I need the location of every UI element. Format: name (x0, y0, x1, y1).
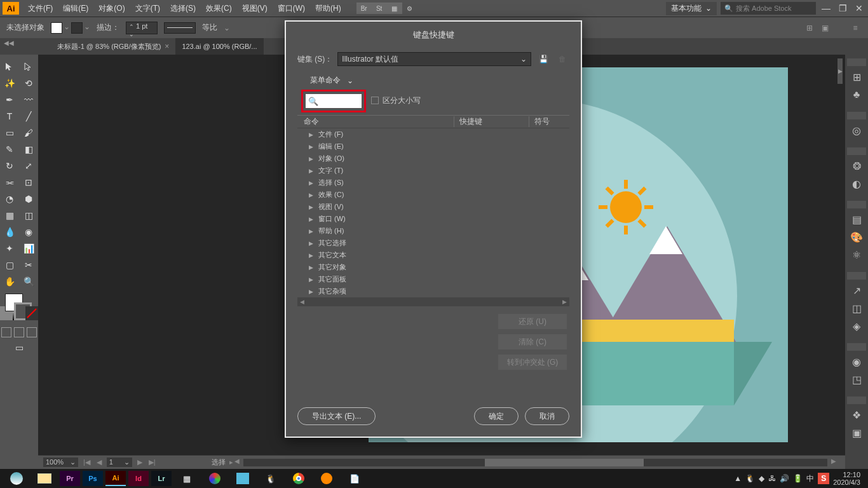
command-row[interactable]: ▶其它对象 (297, 261, 569, 273)
case-checkbox[interactable] (371, 97, 379, 104)
scale-tool[interactable]: ⤢ (19, 158, 38, 174)
gpu-icon[interactable]: ⚙ (402, 3, 417, 14)
bridge-icon[interactable]: Br (356, 3, 372, 14)
tray-app-icon[interactable]: ◆ (759, 474, 764, 483)
panel-handle[interactable] (847, 343, 866, 351)
first-artboard-btn[interactable]: |◀ (82, 458, 92, 466)
command-row[interactable]: ▶其它杂项 (297, 285, 569, 297)
artboard-tool[interactable]: ▢ (0, 257, 19, 273)
layers-panel-icon[interactable]: ❖ (848, 407, 865, 423)
search-text-input[interactable] (318, 97, 356, 105)
panel-handle[interactable] (847, 147, 866, 155)
toolbar-collapse-icon[interactable]: ◀◀ (4, 39, 14, 46)
export-text-button[interactable]: 导出文本 (E)... (297, 407, 376, 425)
taskbar-chrome-icon[interactable] (286, 470, 311, 487)
arrange-icon[interactable]: ▦ (387, 3, 402, 14)
taskbar-qq-icon[interactable]: 🐧 (258, 470, 283, 487)
magic-wand-tool[interactable]: ✨ (0, 75, 19, 92)
blend-tool[interactable]: ◉ (19, 224, 38, 240)
command-row[interactable]: ▶选择 (S) (297, 177, 569, 189)
save-keyset-icon[interactable]: 💾 (536, 52, 550, 66)
screen-mode-tool[interactable]: ▭ (0, 339, 38, 356)
line-tool[interactable]: ╱ (19, 108, 38, 125)
close-icon[interactable]: × (165, 42, 169, 51)
chevron-down-icon[interactable]: ⌄ (64, 22, 70, 34)
command-row[interactable]: ▶对象 (O) (297, 152, 569, 165)
color-mode-none[interactable] (25, 306, 38, 320)
gradient-tool[interactable]: ◫ (19, 207, 38, 224)
menu-help[interactable]: 帮助(H) (310, 3, 346, 14)
stroke-panel-icon[interactable]: ↗ (848, 282, 865, 299)
menu-select[interactable]: 选择(S) (165, 3, 201, 14)
scrollbar-thumb[interactable] (485, 459, 644, 466)
taskbar-illustrator-icon[interactable]: Ai (105, 471, 126, 486)
tray-expand-icon[interactable]: ▲ (734, 474, 742, 483)
menu-view[interactable]: 视图(V) (237, 3, 273, 14)
table-scrollbar[interactable]: ◀▶ (297, 297, 569, 306)
taskbar-explorer-icon[interactable] (32, 470, 57, 487)
artboard-number[interactable]: 1⌄ (107, 458, 132, 467)
panel-handle[interactable] (847, 58, 866, 66)
taskbar-indesign-icon[interactable]: Id (128, 471, 149, 486)
command-row[interactable]: ▶文字 (T) (297, 165, 569, 177)
search-stock-input[interactable]: 🔍搜索 Adobe Stock (721, 2, 816, 15)
tray-sogou-icon[interactable]: S (818, 473, 829, 484)
search-input[interactable]: 🔍 (306, 94, 362, 108)
transform-icon[interactable]: ▣ (818, 22, 831, 34)
color-guide-panel-icon[interactable]: ◐ (848, 175, 865, 192)
command-row[interactable]: ▶文件 (F) (297, 128, 569, 140)
zoom-dropdown[interactable]: 100%⌄ (43, 458, 78, 467)
next-artboard-btn[interactable]: ▶ (136, 458, 144, 466)
appearance-panel-icon[interactable]: ◉ (848, 353, 865, 370)
cc-panel-icon[interactable]: ◎ (848, 122, 865, 139)
command-row[interactable]: ▶窗口 (W) (297, 213, 569, 225)
taskbar-app-icon[interactable] (314, 470, 339, 487)
pen-tool[interactable]: ✒ (0, 92, 19, 108)
menu-edit[interactable]: 编辑(E) (58, 3, 93, 14)
chevron-down-icon[interactable]: ⌄ (224, 24, 230, 32)
taskbar-app-icon[interactable] (230, 470, 255, 487)
command-row[interactable]: ▶帮助 (H) (297, 225, 569, 237)
panel-collapse-icon[interactable]: ▶ (837, 58, 843, 84)
width-tool[interactable]: ⫘ (0, 174, 19, 191)
direct-selection-tool[interactable] (19, 58, 38, 75)
rotate-tool[interactable]: ↻ (0, 158, 19, 174)
stroke-style-dropdown[interactable] (164, 22, 196, 34)
tray-ime-icon[interactable]: 中 (806, 473, 814, 484)
free-transform-tool[interactable]: ⊡ (19, 174, 38, 191)
swatches-panel-icon[interactable]: ▤ (848, 211, 865, 227)
command-row[interactable]: ▶其它文本 (297, 249, 569, 261)
horizontal-scrollbar[interactable] (243, 459, 827, 466)
color-panel-icon[interactable]: ❂ (848, 158, 865, 174)
tray-network-icon[interactable]: 🖧 (768, 474, 776, 483)
artboards-panel-icon[interactable]: ▣ (848, 424, 865, 441)
draw-inside-icon[interactable] (27, 327, 37, 337)
panel-menu-icon[interactable]: ≡ (849, 22, 862, 34)
taskbar-app-icon[interactable]: ▦ (174, 470, 200, 487)
ok-button[interactable]: 确定 (474, 407, 519, 425)
command-row[interactable]: ▶效果 (C) (297, 189, 569, 201)
taskbar-browser-icon[interactable] (4, 470, 29, 487)
menu-object[interactable]: 对象(O) (93, 3, 130, 14)
workspace-dropdown[interactable]: 基本功能⌄ (666, 2, 717, 15)
symbols-panel-icon[interactable]: ⚛ (848, 247, 865, 263)
graph-tool[interactable]: 📊 (19, 240, 38, 257)
cancel-button[interactable]: 取消 (525, 407, 569, 425)
last-artboard-btn[interactable]: ▶| (147, 458, 157, 466)
taskbar-photoshop-icon[interactable]: Ps (83, 471, 103, 486)
stroke-swatch[interactable] (71, 22, 83, 34)
taskbar-premiere-icon[interactable]: Pr (60, 471, 80, 486)
panel-handle[interactable] (847, 201, 866, 208)
menu-type[interactable]: 文字(T) (130, 3, 165, 14)
rectangle-tool[interactable]: ▭ (0, 125, 19, 141)
command-row[interactable]: ▶编辑 (E) (297, 140, 569, 152)
mesh-tool[interactable]: ▦ (0, 207, 19, 224)
zoom-tool[interactable]: 🔍 (19, 273, 38, 290)
command-row[interactable]: ▶视图 (V) (297, 201, 569, 213)
menu-window[interactable]: 窗口(W) (273, 3, 310, 14)
prev-artboard-btn[interactable]: ◀ (95, 458, 103, 466)
menu-file[interactable]: 文件(F) (23, 3, 58, 14)
tray-battery-icon[interactable]: 🔋 (793, 474, 803, 483)
command-row[interactable]: ▶其它选择 (297, 237, 569, 249)
tray-volume-icon[interactable]: 🔊 (780, 474, 789, 483)
